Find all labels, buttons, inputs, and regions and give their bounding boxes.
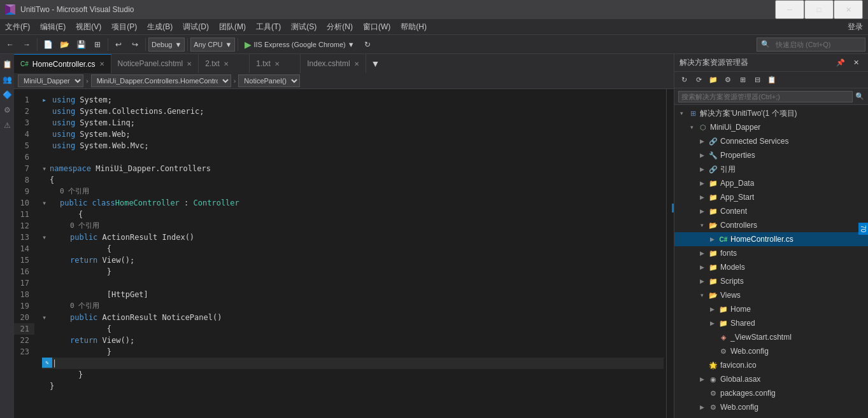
save-button[interactable]: 💾 <box>73 37 89 52</box>
fold-icon-9[interactable]: ▾ <box>42 197 50 209</box>
menu-debug[interactable]: 调试(D) <box>178 19 214 35</box>
tree-expand-models[interactable]: ▶ <box>697 263 706 272</box>
fold-icon-7[interactable]: ▾ <box>42 163 50 174</box>
tree-viewstart[interactable]: ◈ _ViewStart.cshtml <box>674 330 868 344</box>
se-properties-button[interactable]: 📋 <box>765 73 779 87</box>
tree-expand-global[interactable]: ▶ <box>697 375 706 384</box>
restore-button[interactable]: □ <box>804 0 834 19</box>
fold-icon-17[interactable]: ▾ <box>42 312 50 323</box>
menu-help[interactable]: 帮助(H) <box>395 19 432 35</box>
tab-overflow-button[interactable]: ▼ <box>366 54 385 73</box>
tree-expand-homecontroller[interactable]: ▶ <box>708 235 716 244</box>
tree-expand-connected[interactable]: ▶ <box>697 137 706 146</box>
tab-close-noticepanel[interactable]: ✕ <box>187 60 192 67</box>
platform-config-dropdown[interactable]: Any CPU ▼ <box>190 38 235 52</box>
tree-expand-fonts[interactable]: ▶ <box>697 249 706 258</box>
se-new-button[interactable]: 📁 <box>706 73 720 87</box>
tree-expand-appdata[interactable]: ▶ <box>697 179 706 188</box>
tree-shared[interactable]: ▶ 📁 Shared <box>674 316 868 330</box>
se-sync-button[interactable]: ↻ <box>677 73 691 87</box>
tab-close-homecontroller[interactable]: ✕ <box>99 60 104 67</box>
new-file-button[interactable]: 📄 <box>40 37 55 52</box>
debug-config-dropdown[interactable]: Debug ▼ <box>148 38 185 52</box>
code-text[interactable]: ▸using System; using System.Collections.… <box>39 89 666 418</box>
tree-solution[interactable]: ▾ ⊞ 解决方案'UnitiTwo'(1 个项目) <box>674 106 868 120</box>
tree-models[interactable]: ▶ 📁 Models <box>674 260 868 274</box>
tree-home[interactable]: ▶ 📁 Home <box>674 302 868 316</box>
tree-connected-services[interactable]: ▶ 🔗 Connected Services <box>674 134 868 148</box>
tree-expand-scripts[interactable]: ▶ <box>697 277 706 286</box>
login-label[interactable]: 登录 <box>843 19 868 35</box>
tree-expand-solution[interactable]: ▾ <box>677 109 686 118</box>
floating-badge[interactable]: 70 <box>858 223 868 235</box>
menu-tools[interactable]: 工具(T) <box>251 19 286 35</box>
activity-err-icon[interactable]: ⚠ <box>0 118 14 132</box>
save-all-button[interactable]: ⊞ <box>90 37 105 52</box>
member-dropdown[interactable]: NoticePanel() <box>238 74 300 87</box>
redo-button[interactable]: ↪ <box>127 37 143 52</box>
quick-search-input[interactable] <box>772 38 861 52</box>
se-refresh-button[interactable]: ⟳ <box>692 73 706 87</box>
quick-search[interactable]: 🔍 <box>757 38 865 52</box>
tree-webconfig-views[interactable]: ⚙ Web.config <box>674 344 868 358</box>
tree-expand-references[interactable]: ▶ <box>697 165 706 174</box>
tree-appdata[interactable]: ▶ 📁 App_Data <box>674 176 868 190</box>
open-button[interactable]: 📂 <box>57 37 72 52</box>
tree-expand-content[interactable]: ▶ <box>697 207 706 216</box>
tab-close-indexcshtml[interactable]: ✕ <box>354 60 359 67</box>
menu-project[interactable]: 项目(P) <box>106 19 142 35</box>
tree-expand-controllers[interactable]: ▾ <box>697 221 706 230</box>
se-close-button[interactable]: ✕ <box>849 56 863 70</box>
tree-properties[interactable]: ▶ 🔧 Properties <box>674 148 868 162</box>
tree-scripts[interactable]: ▶ 📁 Scripts <box>674 274 868 288</box>
menu-edit[interactable]: 编辑(E) <box>35 19 71 35</box>
activity-solution-icon[interactable]: 📋 <box>0 57 14 71</box>
se-collapse-all-button[interactable]: ⊟ <box>750 73 764 87</box>
namespace-dropdown[interactable]: MiniUi_Dapper.Controllers.HomeController <box>91 74 231 87</box>
tree-homecontroller[interactable]: ▶ C# HomeController.cs <box>674 232 868 246</box>
forward-button[interactable]: → <box>19 37 34 52</box>
tab-noticepanel[interactable]: NoticePanel.cshtml ✕ <box>111 54 199 73</box>
menu-build[interactable]: 生成(B) <box>142 19 178 35</box>
project-dropdown[interactable]: MiniUi_Dapper <box>18 74 83 87</box>
fold-icon-11[interactable]: ▾ <box>42 232 50 243</box>
se-expand-all-button[interactable]: ⊞ <box>736 73 750 87</box>
tree-project[interactable]: ▾ ⬡ MiniUi_Dapper <box>674 120 868 134</box>
tree-content[interactable]: ▶ 📁 Content <box>674 204 868 218</box>
run-button[interactable]: ▶ IIS Express (Google Chrome) ▼ <box>241 38 358 51</box>
activity-team-icon[interactable]: 👥 <box>0 73 14 87</box>
tree-references[interactable]: ▶ 🔗 引用 <box>674 162 868 176</box>
tree-controllers[interactable]: ▾ 📂 Controllers <box>674 218 868 232</box>
tab-2txt[interactable]: 2.txt ✕ <box>199 54 250 73</box>
tree-global[interactable]: ▶ ◉ Global.asax <box>674 372 868 386</box>
tree-expand-home[interactable]: ▶ <box>708 305 716 314</box>
tab-indexcshtml[interactable]: Index.cshtml ✕ <box>301 54 366 73</box>
tree-views[interactable]: ▾ 📂 Views <box>674 288 868 302</box>
tree-webconfig[interactable]: ▶ ⚙ Web.config <box>674 400 868 414</box>
tree-favicon[interactable]: 🌟 favicon.ico <box>674 358 868 372</box>
refresh-button[interactable]: ↻ <box>360 37 375 52</box>
menu-analyze[interactable]: 分析(N) <box>322 19 358 35</box>
tab-1txt[interactable]: 1.txt ✕ <box>250 54 301 73</box>
tree-expand-appstart[interactable]: ▶ <box>697 193 706 202</box>
menu-window[interactable]: 窗口(W) <box>358 19 395 35</box>
activity-class-icon[interactable]: 🔷 <box>0 88 14 102</box>
tree-appstart[interactable]: ▶ 📁 App_Start <box>674 190 868 204</box>
close-button[interactable]: ✕ <box>834 0 863 19</box>
tree-expand-properties[interactable]: ▶ <box>697 151 706 160</box>
tree-expand-shared[interactable]: ▶ <box>708 319 716 328</box>
menu-test[interactable]: 测试(S) <box>286 19 322 35</box>
activity-props-icon[interactable]: ⚙ <box>0 103 14 117</box>
menu-team[interactable]: 团队(M) <box>214 19 251 35</box>
tree-fonts[interactable]: ▶ 📁 fonts <box>674 246 868 260</box>
tree-expand-webconfig[interactable]: ▶ <box>697 403 706 412</box>
minimize-button[interactable]: ─ <box>775 0 804 19</box>
menu-view[interactable]: 视图(V) <box>71 19 106 35</box>
se-filter-button[interactable]: ⚙ <box>721 73 735 87</box>
tree-expand-views[interactable]: ▾ <box>697 291 706 300</box>
menu-file[interactable]: 文件(F) <box>0 19 35 35</box>
se-search-input[interactable] <box>678 91 853 102</box>
code-editor[interactable]: 1 2 3 4 5 6 7 8 9 10 11 12 13 14 15 16 1… <box>14 89 674 418</box>
tree-expand-project[interactable]: ▾ <box>687 123 696 132</box>
tree-packages[interactable]: ⚙ packages.config <box>674 386 868 400</box>
